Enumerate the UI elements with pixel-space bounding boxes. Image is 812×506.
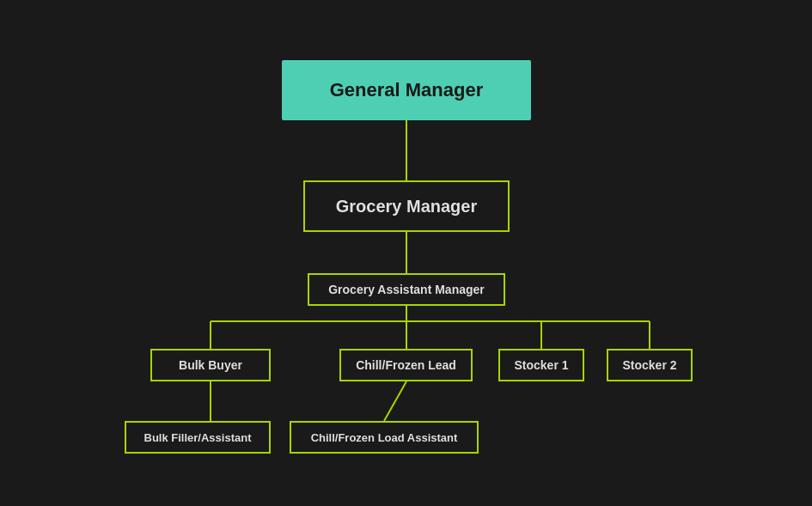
bulk-filler-assistant-label: Bulk Filler/Assistant [144, 431, 252, 444]
org-chart: General Manager Grocery Manager Grocery … [0, 0, 812, 506]
stocker-2-label: Stocker 2 [622, 358, 676, 372]
chill-frozen-load-assistant-node: Chill/Frozen Load Assistant [290, 421, 479, 454]
bulk-buyer-label: Bulk Buyer [179, 358, 242, 372]
bulk-filler-assistant-node: Bulk Filler/Assistant [125, 421, 271, 454]
svg-line-9 [384, 381, 406, 421]
stocker-1-node: Stocker 1 [498, 349, 584, 381]
chill-frozen-load-assistant-label: Chill/Frozen Load Assistant [311, 431, 458, 444]
grocery-manager-label: Grocery Manager [336, 197, 478, 216]
grocery-manager-node: Grocery Manager [303, 180, 510, 232]
stocker-2-node: Stocker 2 [607, 349, 693, 381]
grocery-assistant-manager-node: Grocery Assistant Manager [308, 273, 505, 306]
general-manager-node: General Manager [282, 60, 531, 120]
general-manager-label: General Manager [330, 79, 484, 101]
chill-frozen-lead-node: Chill/Frozen Lead [339, 349, 473, 381]
stocker-1-label: Stocker 1 [514, 358, 568, 372]
chill-frozen-lead-label: Chill/Frozen Lead [356, 358, 456, 372]
grocery-assistant-manager-label: Grocery Assistant Manager [328, 283, 485, 296]
bulk-buyer-node: Bulk Buyer [150, 349, 271, 381]
